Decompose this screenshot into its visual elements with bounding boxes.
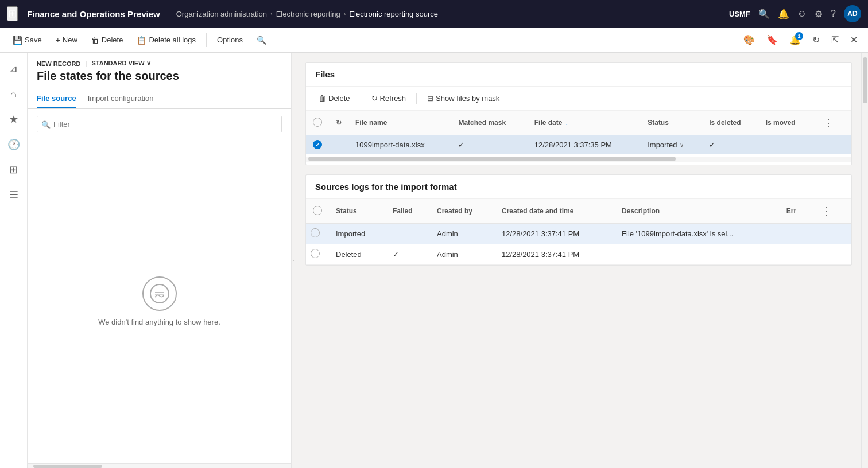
refresh-toolbar-button[interactable]: ↻ (809, 31, 823, 49)
sidebar-home-button[interactable]: ⌂ (2, 83, 25, 106)
breadcrumb-sep-2: › (344, 10, 346, 17)
new-button[interactable]: + New (50, 32, 83, 48)
panel-resizer[interactable]: ⋮ (292, 53, 296, 468)
sidebar-star-button[interactable]: ★ (2, 108, 25, 131)
sidebar-filter-button[interactable]: ⊿ (2, 57, 25, 80)
left-panel-scrollbar[interactable] (28, 463, 291, 468)
logs-col-checkbox[interactable] (306, 199, 329, 224)
search-toolbar-button[interactable]: 🔍 (251, 32, 272, 48)
table-row[interactable]: Deleted ✓ Admin 12/28/2021 3:37:41 PM (306, 244, 851, 265)
files-table-header-row: ↻ File name Matched mask File date ↓ (306, 111, 851, 135)
tab-file-source[interactable]: File source (37, 89, 76, 108)
files-row-checkbox-cell[interactable] (306, 135, 329, 154)
logs-header-checkbox[interactable] (313, 206, 322, 215)
company-label: USMF (729, 10, 750, 18)
table-row[interactable]: Imported Admin 12/28/2021 3:37:41 PM Fil… (306, 224, 851, 244)
gear-icon[interactable]: ⚙ (815, 9, 823, 20)
bookmark-button[interactable]: 🔖 (763, 31, 781, 49)
tabs-row: File source Import configuration (28, 89, 291, 109)
files-col-file-date[interactable]: File date ↓ (528, 111, 641, 135)
is-deleted-check: ✓ (709, 141, 715, 149)
files-col-sync: ↻ (329, 111, 348, 135)
view-selector[interactable]: Standard view ∨ (91, 60, 150, 67)
logs-col-created-date[interactable]: Created date and time (495, 199, 615, 224)
files-refresh-button[interactable]: ↻ Refresh (366, 91, 412, 106)
close-button[interactable]: ✕ (847, 31, 861, 49)
tab-import-configuration[interactable]: Import configuration (88, 89, 154, 108)
files-header-checkbox[interactable] (313, 118, 322, 127)
help-icon[interactable]: ? (831, 9, 836, 19)
files-col-matched-mask[interactable]: Matched mask (451, 111, 527, 135)
files-table: ↻ File name Matched mask File date ↓ (306, 111, 851, 154)
app-title: Finance and Operations Preview (27, 9, 160, 19)
files-delete-icon: 🗑 (319, 94, 326, 103)
page-title: File states for the sources (37, 69, 282, 83)
apps-icon-button[interactable]: ⊞ (7, 6, 18, 21)
logs-row1-checkbox-cell[interactable] (306, 224, 329, 244)
breadcrumb-item-2[interactable]: Electronic reporting (276, 10, 340, 18)
files-row-more-cell (813, 135, 851, 154)
logs-table-header-row: Status Failed Created by Created date an… (306, 199, 851, 224)
logs-col-description[interactable]: Description (615, 199, 780, 224)
files-row-status: Imported ∨ (641, 135, 702, 154)
files-col-is-deleted[interactable]: Is deleted (702, 111, 758, 135)
sidebar-list-button[interactable]: ☰ (2, 184, 25, 206)
logs-col-err[interactable]: Err (780, 199, 811, 224)
logs-row1-checkbox[interactable] (311, 228, 320, 237)
logs-col-created-by[interactable]: Created by (430, 199, 495, 224)
status-dropdown[interactable]: Imported ∨ (648, 141, 695, 149)
files-table-scroll[interactable]: ↻ File name Matched mask File date ↓ (306, 111, 851, 165)
logs-row2-checkbox[interactable] (311, 249, 320, 258)
logs-row2-checkbox-cell[interactable] (306, 244, 329, 265)
logs-more-button[interactable]: ⋮ (817, 204, 835, 219)
main-layout: ⊿ ⌂ ★ 🕐 ⊞ ☰ NEW RECORD | Standard view ∨… (0, 53, 868, 468)
files-row-checkbox[interactable] (313, 140, 322, 149)
breadcrumb-sep-1: › (270, 10, 273, 17)
save-button[interactable]: 💾 Save (7, 32, 48, 48)
files-section-header: Files (306, 63, 851, 87)
files-toolbar: 🗑 Delete ↻ Refresh ⊟ Show files by mask (306, 87, 851, 111)
logs-row1-err (780, 224, 811, 244)
avatar[interactable]: AD (844, 5, 861, 22)
top-nav-bar: ⊞ Finance and Operations Preview Organiz… (0, 0, 868, 28)
logs-row1-status: Imported (329, 224, 386, 244)
search-icon[interactable]: 🔍 (758, 9, 770, 20)
logs-row2-err (780, 244, 811, 265)
toolbar-right-actions: 🎨 🔖 🔔 1 ↻ ⇱ ✕ (740, 31, 861, 49)
page-scrollbar[interactable] (861, 53, 868, 468)
sidebar-modules-button[interactable]: ⊞ (2, 158, 25, 181)
files-show-mask-button[interactable]: ⊟ Show files by mask (421, 91, 505, 106)
files-row-file-date: 12/28/2021 3:37:35 PM (528, 135, 641, 154)
files-table-scrollbar[interactable] (306, 157, 851, 162)
delete-all-logs-button[interactable]: 📋 Delete all logs (131, 32, 202, 48)
breadcrumb: Organization administration › Electronic… (176, 10, 724, 18)
page-scrollbar-thumb (863, 57, 867, 103)
smiley-icon[interactable]: ☺ (797, 9, 807, 19)
options-button[interactable]: Options (211, 32, 249, 48)
files-col-status[interactable]: Status (641, 111, 702, 135)
notification-icon[interactable]: 🔔 (778, 9, 789, 20)
empty-icon (142, 276, 177, 311)
files-col-checkbox[interactable] (306, 111, 329, 135)
files-col-is-moved[interactable]: Is moved (759, 111, 813, 135)
logs-col-more: ⋮ (811, 199, 851, 224)
sidebar-recent-button[interactable]: 🕐 (2, 133, 25, 156)
external-link-button[interactable]: ⇱ (828, 31, 842, 49)
logs-row2-created-by: Admin (430, 244, 495, 265)
filter-input[interactable] (37, 116, 282, 132)
logs-table: Status Failed Created by Created date an… (306, 199, 851, 265)
files-more-button[interactable]: ⋮ (820, 115, 837, 130)
files-delete-button[interactable]: 🗑 Delete (313, 91, 356, 106)
logs-col-status[interactable]: Status (329, 199, 386, 224)
notification-badge-container: 🔔 1 (786, 31, 804, 49)
palette-button[interactable]: 🎨 (740, 31, 758, 49)
breadcrumb-item-1[interactable]: Organization administration (176, 10, 267, 18)
table-row[interactable]: 1099import-data.xlsx ✓ 12/28/2021 3:37:3… (306, 135, 851, 154)
files-row-sync-cell (329, 135, 348, 154)
breadcrumb-item-3: Electronic reporting source (349, 10, 438, 18)
files-col-filename[interactable]: File name (348, 111, 451, 135)
status-dropdown-arrow: ∨ (680, 142, 684, 148)
logs-col-failed[interactable]: Failed (386, 199, 430, 224)
files-row-is-deleted: ✓ (702, 135, 758, 154)
delete-button[interactable]: 🗑 Delete (86, 32, 129, 48)
